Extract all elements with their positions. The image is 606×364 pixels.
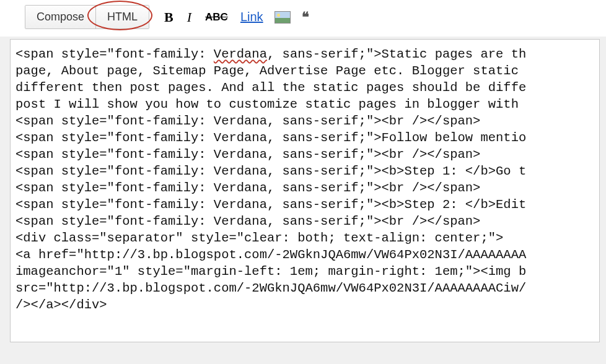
code-line: <span style="font-family: [15, 47, 214, 61]
code-line: <div class="separator" style="clear: bot… [15, 231, 503, 245]
html-editor[interactable]: <span style="font-family: Verdana, sans-… [10, 39, 600, 342]
code-line: imageanchor="1" style="margin-left: 1em;… [15, 264, 526, 279]
code-line: <span style="font-family: Verdana, sans-… [15, 181, 480, 195]
code-line: src="http://3.bp.blogspot.com/-2WGknJQA6… [15, 281, 526, 295]
code-line: page, About page, Sitemap Page, Advertis… [15, 64, 526, 78]
strikethrough-button[interactable]: ABC [204, 11, 229, 24]
code-line: <span style="font-family: Verdana, sans-… [15, 131, 526, 145]
code-line: /></a></div> [15, 298, 107, 312]
html-tab[interactable]: HTML [96, 6, 149, 28]
code-line: <span style="font-family: Verdana, sans-… [15, 197, 526, 212]
code-line: <span style="font-family: Verdana, sans-… [15, 147, 480, 162]
image-button[interactable] [274, 11, 291, 24]
code-line: <span style="font-family: Verdana, sans-… [15, 114, 480, 128]
formatting-group: B I ABC Link ❝ [163, 9, 308, 25]
code-line: <span style="font-family: Verdana, sans-… [15, 214, 480, 228]
code-line: , sans-serif;">Static pages are th [267, 47, 526, 61]
quote-button[interactable]: ❝ [302, 9, 308, 25]
mode-tab-group: Compose HTML [25, 5, 149, 29]
editor-toolbar: Compose HTML B I ABC Link ❝ [0, 0, 606, 37]
code-line: <span style="font-family: Verdana, sans-… [15, 164, 526, 178]
html-tab-label: HTML [107, 11, 138, 23]
code-line: different then post pages. And all the s… [15, 80, 526, 95]
spellcheck-word: Verdana [214, 47, 267, 61]
compose-tab[interactable]: Compose [25, 6, 96, 28]
code-line: <a href="http://3.bp.blogspot.com/-2WGkn… [15, 248, 526, 262]
code-content[interactable]: <span style="font-family: Verdana, sans-… [11, 40, 599, 313]
bold-button[interactable]: B [163, 9, 175, 25]
link-button[interactable]: Link [240, 10, 263, 24]
italic-button[interactable]: I [186, 9, 193, 25]
code-line: post I will show you how to customize st… [15, 97, 526, 111]
